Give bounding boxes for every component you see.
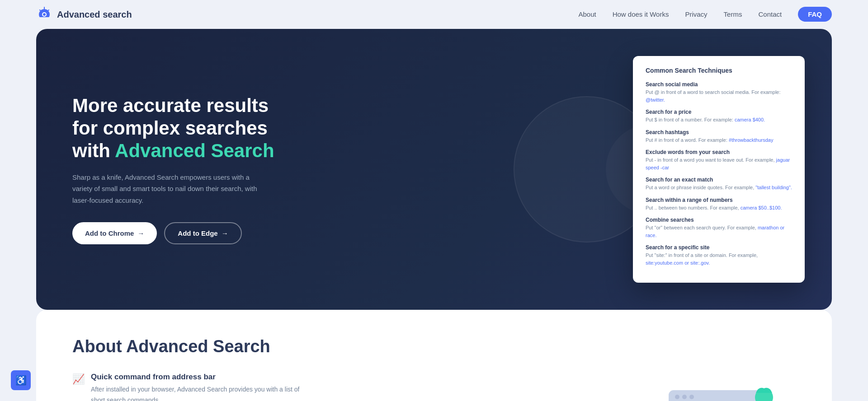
technique-range: Search within a range of numbers Put .. … — [646, 197, 792, 212]
feature-text: After installed in your browser, Advance… — [91, 384, 307, 401]
hero-left: More accurate results for complex search… — [72, 94, 274, 245]
hero-subtitle: Sharp as a knife, Advanced Search empowe… — [72, 172, 267, 206]
browser-illustration — [660, 373, 796, 401]
technique-social-media: Search social media Put @ in front of a … — [646, 81, 792, 103]
nav-how[interactable]: How does it Works — [613, 10, 669, 18]
nav-contact[interactable]: Contact — [758, 10, 782, 18]
hero-right: Common Search Techniques Search social m… — [633, 56, 805, 283]
technique-exact: Search for an exact match Put a word or … — [646, 177, 792, 191]
technique-site: Search for a specific site Put "site:" i… — [646, 244, 792, 266]
about-left: 📈 Quick command from address bar After i… — [72, 373, 307, 401]
hero-title: More accurate results for complex search… — [72, 94, 274, 163]
svg-point-8 — [689, 395, 694, 399]
nav-logo[interactable]: Advanced search — [36, 6, 132, 23]
about-content: 📈 Quick command from address bar After i… — [72, 373, 796, 401]
add-to-edge-button[interactable]: Add to Edge → — [164, 222, 241, 244]
hero-buttons: Add to Chrome → Add to Edge → — [72, 222, 274, 244]
logo-icon — [36, 6, 52, 23]
svg-point-7 — [682, 395, 687, 399]
accessibility-button[interactable]: ♿ — [11, 370, 31, 390]
about-section: About Advanced Search 📈 Quick command fr… — [36, 310, 832, 401]
technique-hashtags: Search hashtags Put # in front of a word… — [646, 129, 792, 144]
add-to-chrome-button[interactable]: Add to Chrome → — [72, 222, 157, 244]
technique-price: Search for a price Put $ in front of a n… — [646, 109, 792, 124]
nav-about[interactable]: About — [578, 10, 596, 18]
technique-exclude: Exclude words from your search Put - in … — [646, 149, 792, 171]
svg-point-6 — [675, 395, 679, 399]
logo-text: Advanced search — [57, 9, 132, 20]
accessibility-icon: ♿ — [15, 375, 27, 386]
technique-combine: Combine searches Put "or" between each s… — [646, 217, 792, 239]
arrow-icon: → — [137, 229, 144, 237]
techniques-title: Common Search Techniques — [646, 67, 792, 74]
hero-section: More accurate results for complex search… — [36, 29, 832, 310]
arrow-icon-edge: → — [222, 229, 228, 237]
svg-point-2 — [43, 13, 46, 16]
about-title: About Advanced Search — [72, 337, 796, 356]
techniques-card: Common Search Techniques Search social m… — [633, 56, 805, 283]
faq-button[interactable]: FAQ — [798, 7, 832, 22]
about-illustration — [660, 373, 796, 401]
navbar: Advanced search About How does it Works … — [0, 0, 868, 29]
nav-terms[interactable]: Terms — [724, 10, 742, 18]
feature-icon-chart: 📈 — [72, 373, 85, 385]
nav-links: About How does it Works Privacy Terms Co… — [578, 10, 832, 19]
feature-item-address-bar: 📈 Quick command from address bar After i… — [72, 373, 307, 401]
feature-heading: Quick command from address bar — [91, 373, 307, 382]
nav-privacy[interactable]: Privacy — [685, 10, 707, 18]
